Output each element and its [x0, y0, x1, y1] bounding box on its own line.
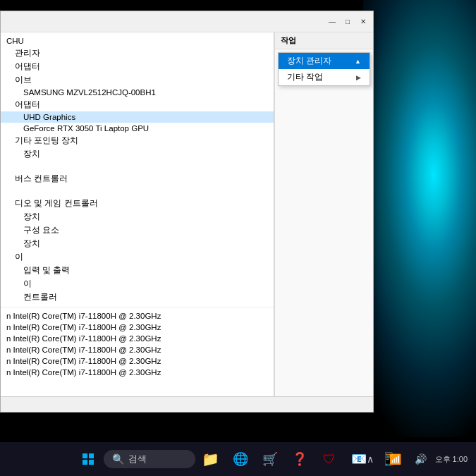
taskbar: 🔍 검색 📁 🌐 🛒 ❓ 🛡 📧 📱 ∧ 📶 🔊 오후 1:00 [0, 442, 476, 476]
list-item: 이 [1, 250, 274, 264]
title-bar: — □ ✕ [1, 11, 373, 32]
list-item: n Intel(R) Core(TM) i7-11800H @ 2.30GHz [1, 310, 274, 322]
desktop: — □ ✕ CHU 관리자 어댑터 이브 SAMSUNG MZVL2512HCJ… [0, 0, 476, 476]
list-item: GeForce RTX 3050 Ti Laptop GPU [1, 123, 274, 134]
taskbar-network-icon[interactable]: 📶 [384, 445, 407, 473]
start-button[interactable] [74, 445, 102, 473]
svg-rect-3 [89, 460, 94, 465]
taskbar-store-icon[interactable]: 🛒 [256, 445, 284, 473]
list-item: SAMSUNG MZVL2512HCJQ-00BH1 [1, 87, 274, 98]
device-manager-window: — □ ✕ CHU 관리자 어댑터 이브 SAMSUNG MZVL2512HCJ… [0, 11, 374, 413]
maximize-button[interactable]: □ [341, 15, 355, 29]
search-label: 검색 [128, 453, 147, 465]
status-bar [1, 396, 373, 412]
taskbar-right: ∧ 📶 🔊 오후 1:00 [359, 445, 470, 473]
list-item: n Intel(R) Core(TM) i7-11800H @ 2.30GHz [1, 355, 274, 367]
list-item: n Intel(R) Core(TM) i7-11800H @ 2.30GHz [1, 333, 274, 344]
submenu-arrow-icon: ▲ [355, 58, 361, 65]
list-item: 장치 [1, 210, 274, 224]
taskbar-center: 🔍 검색 📁 🌐 🛒 ❓ 🛡 📧 📱 [74, 445, 403, 473]
list-item: 관리자 [1, 47, 274, 60]
svg-rect-0 [83, 453, 87, 458]
list-item: 디오 및 게임 컨트롤러 [1, 197, 274, 210]
taskbar-edge-icon[interactable]: 🌐 [226, 445, 255, 473]
window-body: CHU 관리자 어댑터 이브 SAMSUNG MZVL2512HCJQ-00BH… [1, 32, 373, 396]
taskbar-clock[interactable]: 오후 1:00 [435, 454, 468, 465]
list-item: n Intel(R) Core(TM) i7-11800H @ 2.30GHz [1, 344, 274, 355]
close-button[interactable]: ✕ [356, 15, 370, 29]
list-item: 장치 [1, 147, 274, 161]
device-list-panel[interactable]: CHU 관리자 어댑터 이브 SAMSUNG MZVL2512HCJQ-00BH… [1, 32, 274, 396]
context-panel: 작업 장치 관리자 ▲ 기타 작업 ▶ [274, 32, 373, 396]
context-menu-item-label: 장치 관리자 [287, 56, 331, 66]
taskbar-antivirus-icon[interactable]: 🛡 [315, 445, 343, 473]
list-item: 이 [1, 277, 274, 291]
cpu-section: n Intel(R) Core(TM) i7-11800H @ 2.30GHz … [1, 307, 274, 378]
list-item: 기타 포인팅 장치 [1, 134, 274, 147]
search-icon: 🔍 [112, 453, 124, 465]
svg-rect-1 [89, 453, 94, 458]
list-item: 입력 및 출력 [1, 264, 274, 277]
minimize-button[interactable]: — [325, 15, 339, 29]
list-item: 어댑터 [1, 60, 274, 73]
list-item: 컨트롤러 [1, 291, 274, 304]
list-item-uhd-graphics[interactable]: UHD Graphics [1, 111, 274, 123]
taskbar-volume-icon[interactable]: 🔊 [410, 445, 432, 473]
list-item [1, 185, 274, 197]
list-item [1, 161, 274, 172]
context-header-label: 작업 [275, 32, 373, 49]
taskbar-help-icon[interactable]: ❓ [286, 445, 314, 473]
taskbar-chevron-icon[interactable]: ∧ [359, 445, 382, 473]
list-item: 장치 [1, 237, 274, 250]
list-item: 이브 [1, 73, 274, 87]
list-item: n Intel(R) Core(TM) i7-11800H @ 2.30GHz [1, 367, 274, 378]
clock-time: 오후 1:00 [435, 454, 468, 465]
taskbar-explorer-icon[interactable]: 📁 [197, 445, 225, 473]
search-bar[interactable]: 🔍 검색 [104, 450, 195, 468]
list-item: 버스 컨트롤러 [1, 172, 274, 185]
context-menu: 장치 관리자 ▲ 기타 작업 ▶ [278, 52, 370, 86]
list-item: n Intel(R) Core(TM) i7-11800H @ 2.30GHz [1, 322, 274, 333]
list-item: 구성 요소 [1, 224, 274, 237]
list-item: CHU [1, 35, 274, 47]
context-menu-item-label: 기타 작업 [287, 72, 323, 83]
context-menu-item-other[interactable]: 기타 작업 ▶ [279, 69, 370, 85]
svg-rect-2 [83, 460, 87, 465]
submenu-arrow-icon: ▶ [356, 74, 361, 81]
list-item: 어댑터 [1, 98, 274, 111]
context-menu-item-device-manager[interactable]: 장치 관리자 ▲ [279, 53, 370, 69]
